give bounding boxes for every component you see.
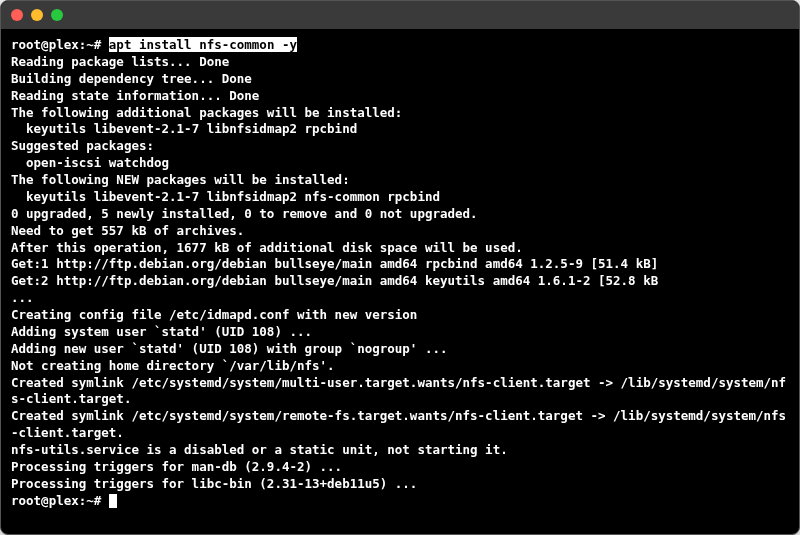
- output-line: Not creating home directory `/var/lib/nf…: [11, 358, 789, 375]
- output-line: nfs-utils.service is a disabled or a sta…: [11, 442, 789, 459]
- output-line: Processing triggers for libc-bin (2.31-1…: [11, 476, 789, 493]
- output-line: After this operation, 1677 kB of additio…: [11, 240, 789, 257]
- shell-prompt: root@plex:~#: [11, 493, 109, 508]
- shell-prompt: root@plex:~#: [11, 37, 109, 52]
- output-line: open-iscsi watchdog: [11, 155, 789, 172]
- traffic-lights: [11, 9, 63, 21]
- command-line: root@plex:~# apt install nfs-common -y: [11, 37, 789, 54]
- terminal-output: Reading package lists... DoneBuilding de…: [11, 54, 789, 493]
- close-icon[interactable]: [11, 9, 23, 21]
- maximize-icon[interactable]: [51, 9, 63, 21]
- output-line: keyutils libevent-2.1-7 libnfsidmap2 nfs…: [11, 189, 789, 206]
- output-line: Processing triggers for man-db (2.9.4-2)…: [11, 459, 789, 476]
- output-line: The following additional packages will b…: [11, 105, 789, 122]
- cursor: [109, 494, 117, 508]
- output-line: Reading package lists... Done: [11, 54, 789, 71]
- output-line: Adding new user `statd' (UID 108) with g…: [11, 341, 789, 358]
- output-line: The following NEW packages will be insta…: [11, 172, 789, 189]
- output-line: Suggested packages:: [11, 138, 789, 155]
- output-line: Created symlink /etc/systemd/system/remo…: [11, 408, 789, 442]
- typed-command: apt install nfs-common -y: [109, 37, 297, 52]
- terminal-body[interactable]: root@plex:~# apt install nfs-common -yRe…: [1, 29, 799, 534]
- output-line: Adding system user `statd' (UID 108) ...: [11, 324, 789, 341]
- output-line: Reading state information... Done: [11, 88, 789, 105]
- output-line: ...: [11, 290, 789, 307]
- titlebar: [1, 1, 799, 29]
- output-line: Building dependency tree... Done: [11, 71, 789, 88]
- output-line: keyutils libevent-2.1-7 libnfsidmap2 rpc…: [11, 121, 789, 138]
- terminal-window: root@plex:~# apt install nfs-common -yRe…: [0, 0, 800, 535]
- output-line: Need to get 557 kB of archives.: [11, 223, 789, 240]
- output-line: Get:2 http://ftp.debian.org/debian bulls…: [11, 273, 789, 290]
- output-line: Get:1 http://ftp.debian.org/debian bulls…: [11, 256, 789, 273]
- minimize-icon[interactable]: [31, 9, 43, 21]
- output-line: Creating config file /etc/idmapd.conf wi…: [11, 307, 789, 324]
- output-line: 0 upgraded, 5 newly installed, 0 to remo…: [11, 206, 789, 223]
- output-line: Created symlink /etc/systemd/system/mult…: [11, 375, 789, 409]
